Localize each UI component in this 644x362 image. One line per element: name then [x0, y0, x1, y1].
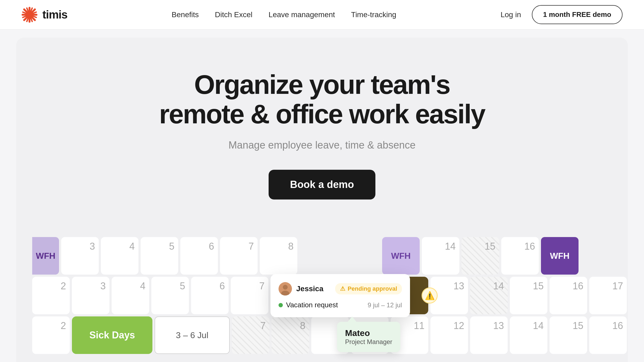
main-nav: Benefits Ditch Excel Leave management Ti…	[172, 10, 396, 19]
green-dot-icon	[279, 303, 283, 307]
book-demo-button[interactable]: Book a demo	[269, 170, 376, 200]
mateo-arrow	[348, 316, 356, 322]
calendar-row-2: 2 3 4 5 6 7 8	[32, 277, 612, 314]
popup-header: Jessica ⚠ Pending approval	[279, 282, 402, 295]
nav-time-tracking[interactable]: Time-tracking	[351, 10, 396, 19]
header: timis Benefits Ditch Excel Leave managem…	[0, 0, 644, 29]
wfh-cell-13: WFH	[382, 237, 420, 275]
cal-cell-r2-16: 16	[550, 277, 587, 314]
svg-point-9	[283, 285, 288, 290]
mateo-role: Project Manager	[345, 338, 392, 346]
cal-cell-3: 3	[61, 237, 99, 275]
calendar-row-3: 2 Vacation request Sick Days 3 – 6 Jul 7…	[32, 316, 612, 354]
avatar	[279, 282, 292, 295]
cal-cell-5: 5	[141, 237, 178, 275]
header-actions: Log in 1 month FREE demo	[500, 5, 623, 24]
cal-cell-4: 4	[101, 237, 138, 275]
jessica-popup-card: Jessica ⚠ Pending approval Vacation requ…	[270, 274, 410, 317]
cal-cell-r2-17: 17	[589, 277, 627, 314]
popup-leave-row: Vacation request 9 jul – 12 jul	[279, 301, 402, 309]
cal-cell-r3-13: 13	[470, 316, 508, 354]
pending-badge: ⚠ Pending approval	[335, 283, 402, 294]
hero-section: Organize your team's remote & office wor…	[16, 38, 628, 221]
calendar-row-1: WFH 3 4 5 6 7 8 WFH 14 15 16 WFH	[32, 237, 612, 275]
mateo-name: Mateo	[345, 328, 392, 338]
cal-cell-r3-2: 2	[32, 316, 70, 354]
sick-days-bar: Vacation request Sick Days	[72, 316, 152, 354]
hero-title: Organize your team's remote & office wor…	[134, 70, 510, 129]
logo: timis	[21, 7, 67, 23]
cal-cell-7: 7	[220, 237, 258, 275]
nav-leave-management[interactable]: Leave management	[269, 10, 335, 19]
cal-cell-r2-3: 3	[72, 277, 109, 314]
free-demo-button[interactable]: 1 month FREE demo	[532, 5, 623, 24]
cal-cell-r2-15: 15	[510, 277, 547, 314]
hero-subtitle: Manage employee leave, time & absence	[38, 139, 606, 151]
cal-cell-r3-7-h: 7	[232, 316, 269, 354]
popup-leave-type: Vacation request	[279, 301, 338, 309]
login-button[interactable]: Log in	[500, 10, 521, 19]
cal-cell-r3-14: 14	[510, 316, 547, 354]
popup-user: Jessica	[279, 282, 323, 295]
cal-cell-8: 8	[260, 237, 297, 275]
cal-cell-r3-15: 15	[550, 316, 587, 354]
avatar-icon	[279, 282, 292, 295]
calendar-preview: WFH 3 4 5 6 7 8 WFH 14 15 16 WFH	[16, 237, 628, 362]
cal-cell-r3-16: 16	[589, 316, 627, 354]
popup-spacer	[299, 237, 380, 275]
cal-cell-r3-12: 12	[430, 316, 468, 354]
popup-anchor: 8	[270, 277, 308, 314]
nav-benefits[interactable]: Benefits	[172, 10, 199, 19]
cal-cell-r2-5: 5	[151, 277, 189, 314]
nav-ditch-excel[interactable]: Ditch Excel	[215, 10, 253, 19]
wfh-cell-left: WFH	[32, 237, 59, 275]
cal-cell-16: 16	[501, 237, 539, 275]
logo-icon	[21, 7, 38, 23]
cal-cell-r2-2: 2	[32, 277, 70, 314]
date-range-cell: 3 – 6 Jul	[155, 316, 230, 354]
cal-cell-r2-4: 4	[112, 277, 149, 314]
logo-text: timis	[42, 8, 67, 21]
calendar-grid: WFH 3 4 5 6 7 8 WFH 14 15 16 WFH	[16, 237, 628, 356]
popup-username: Jessica	[296, 285, 323, 293]
cal-cell-6: 6	[180, 237, 218, 275]
mateo-tooltip: Mateo Project Manager	[337, 322, 400, 352]
cal-cell-14: 14	[422, 237, 459, 275]
cal-cell-r2-7: 7	[231, 277, 268, 314]
warning-icon: ⚠️	[422, 287, 438, 304]
cal-cell-r2-14-hatched: 14	[470, 277, 508, 314]
wfh-cell-dark: WFH	[541, 237, 579, 275]
cal-cell-r3-8-h: 8	[272, 316, 309, 354]
cal-cell-15-hatched: 15	[462, 237, 499, 275]
popup-dates: 9 jul – 12 jul	[368, 301, 402, 309]
cal-cell-r2-6: 6	[191, 277, 229, 314]
main-content: Organize your team's remote & office wor…	[16, 38, 628, 362]
